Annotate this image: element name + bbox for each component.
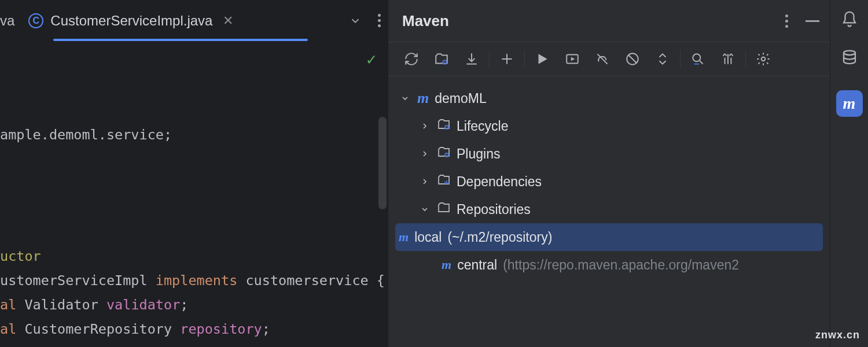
code-field: validator bbox=[106, 297, 180, 313]
reload-folder-icon[interactable] bbox=[426, 46, 457, 72]
chevron-right-icon[interactable] bbox=[418, 177, 431, 186]
maven-title: Maven bbox=[402, 12, 449, 30]
svg-marker-3 bbox=[571, 57, 575, 61]
refresh-icon[interactable] bbox=[396, 46, 426, 72]
editor-tabbar: va C CustomerServiceImpl.java ✕ bbox=[0, 0, 388, 42]
repo-name: local bbox=[414, 230, 442, 245]
chevron-right-icon[interactable] bbox=[418, 149, 431, 158]
maven-toolbar bbox=[388, 42, 830, 76]
code-line: ustomerServiceImpl bbox=[0, 272, 148, 289]
svg-marker-1 bbox=[539, 54, 547, 64]
tab-partial-left[interactable]: va bbox=[0, 13, 18, 29]
add-icon[interactable] bbox=[492, 46, 522, 72]
svg-point-6 bbox=[762, 57, 766, 61]
node-plugins[interactable]: Plugins bbox=[388, 140, 830, 168]
code-line: ample.demoml.service; bbox=[0, 127, 172, 143]
folder-icon bbox=[437, 201, 451, 218]
project-node-demoml[interactable]: m demoML bbox=[388, 84, 830, 112]
repo-local[interactable]: m local (~/.m2/repository) bbox=[395, 223, 823, 251]
collapse-icon[interactable] bbox=[648, 46, 678, 72]
node-lifecycle[interactable]: Lifecycle bbox=[388, 112, 830, 140]
code-editor[interactable]: ✓ ample.demoml.service; uctor ustomerSer… bbox=[0, 42, 388, 347]
maven-header: Maven bbox=[388, 0, 830, 42]
node-dependencies[interactable]: Dependencies bbox=[388, 168, 830, 195]
close-tab-icon[interactable]: ✕ bbox=[223, 13, 233, 28]
offline-icon[interactable] bbox=[587, 46, 617, 72]
notifications-icon[interactable] bbox=[841, 10, 858, 31]
node-label: Lifecycle bbox=[457, 119, 508, 134]
code-annotation: uctor bbox=[0, 248, 41, 264]
chevron-down-icon[interactable] bbox=[418, 205, 431, 214]
tab-customer-service-impl[interactable]: C CustomerServiceImpl.java ✕ bbox=[18, 0, 244, 42]
scrollbar-thumb[interactable] bbox=[378, 117, 387, 209]
tab-filename: CustomerServiceImpl.java bbox=[50, 13, 212, 29]
chevron-down-icon[interactable] bbox=[399, 94, 411, 103]
node-label: Plugins bbox=[457, 146, 500, 162]
folder-gear-icon bbox=[437, 145, 451, 163]
database-icon[interactable] bbox=[841, 49, 858, 69]
analysis-ok-icon: ✓ bbox=[366, 47, 376, 72]
node-repositories[interactable]: Repositories bbox=[388, 195, 830, 223]
settings-icon[interactable] bbox=[748, 46, 778, 72]
code-kw: implements bbox=[156, 272, 237, 289]
minimize-icon[interactable] bbox=[806, 20, 819, 22]
chevron-right-icon[interactable] bbox=[418, 121, 431, 131]
skip-tests-icon[interactable] bbox=[617, 46, 648, 72]
tabbar-actions bbox=[349, 14, 381, 27]
repo-detail: (https://repo.maven.apache.org/maven2 bbox=[503, 257, 739, 273]
code-type: Validator bbox=[24, 297, 98, 313]
run-icon[interactable] bbox=[527, 46, 557, 72]
code-line: customerservice { bbox=[245, 272, 385, 289]
watermark: znwx.cn bbox=[815, 329, 860, 341]
code-field: repository bbox=[180, 321, 262, 337]
maven-project-icon: m bbox=[417, 90, 429, 107]
more-options-icon[interactable] bbox=[378, 14, 381, 27]
find-icon[interactable] bbox=[683, 46, 713, 72]
svg-point-5 bbox=[693, 54, 700, 61]
toolbar-sep bbox=[680, 50, 681, 68]
download-icon[interactable] bbox=[457, 46, 487, 72]
right-sidebar: m bbox=[830, 0, 868, 347]
maven-repo-icon: m bbox=[442, 257, 451, 272]
panel-options-icon[interactable] bbox=[785, 14, 788, 28]
tab-active-underline bbox=[53, 39, 308, 41]
execute-icon[interactable] bbox=[557, 46, 587, 72]
svg-point-7 bbox=[445, 125, 448, 129]
svg-point-8 bbox=[445, 153, 448, 157]
repo-detail: (~/.m2/repository) bbox=[447, 230, 552, 245]
node-label: Dependencies bbox=[457, 174, 542, 190]
chevron-down-icon[interactable] bbox=[349, 14, 362, 27]
project-label: demoML bbox=[435, 91, 486, 106]
code-type: CustomerRepository bbox=[24, 321, 172, 337]
repo-name: central bbox=[457, 257, 497, 273]
folder-gear-icon bbox=[437, 117, 451, 135]
editor-pane: va C CustomerServiceImpl.java ✕ ✓ ample.… bbox=[0, 0, 388, 347]
repo-central[interactable]: m central (https://repo.maven.apache.org… bbox=[388, 251, 830, 279]
maven-window-icon[interactable]: m bbox=[836, 90, 863, 117]
java-class-icon: C bbox=[28, 13, 43, 28]
toolbar-sep bbox=[745, 50, 746, 68]
toolbar-sep bbox=[489, 50, 490, 68]
maven-tree: m demoML Lifecycle Plugins Dependencies … bbox=[388, 76, 830, 287]
maven-repo-icon: m bbox=[399, 230, 409, 245]
maven-tool-window: Maven m demoML Lifecycle bbox=[388, 0, 830, 347]
folder-chart-icon bbox=[437, 173, 451, 190]
svg-point-9 bbox=[844, 51, 855, 56]
show-diagram-icon[interactable] bbox=[713, 46, 743, 72]
toolbar-sep bbox=[524, 50, 525, 68]
code-kw: al bbox=[0, 297, 16, 313]
code-kw: al bbox=[0, 321, 16, 337]
node-label: Repositories bbox=[457, 202, 531, 217]
